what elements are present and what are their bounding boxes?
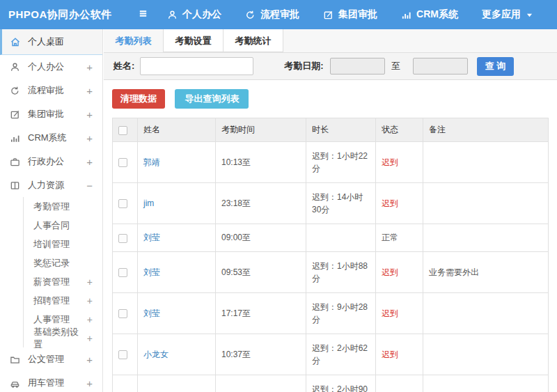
row-checkbox[interactable]	[118, 350, 127, 359]
row-name-link[interactable]: 刘莹	[143, 267, 160, 277]
tab-attendance-list[interactable]: 考勤列表	[104, 29, 164, 52]
expand-plus-icon: +	[86, 61, 93, 73]
sidebar-sub-item[interactable]: 招聘管理 +	[24, 291, 102, 310]
expand-plus-icon: +	[87, 314, 93, 325]
row-duration: 迟到：9小时28分	[306, 293, 376, 334]
edit-icon	[10, 109, 22, 120]
row-checkbox[interactable]	[118, 309, 127, 318]
sidebar-sub-item-label: 招聘管理	[33, 295, 70, 307]
row-checkbox[interactable]	[118, 234, 127, 243]
table-row: 管理员 10:54至10:54 迟到：2小时90分 早退：7小时10分 迟到/早…	[113, 375, 549, 392]
column-header-time: 考勤时间	[216, 118, 306, 142]
nav-item-crm[interactable]: CRM系统	[401, 8, 458, 21]
row-time: 09:53至	[216, 252, 306, 293]
sidebar-item-workflow-approval[interactable]: 流程审批 +	[0, 79, 102, 102]
tab-attendance-settings[interactable]: 考勤设置	[164, 29, 223, 52]
nav-item-label: 流程审批	[260, 8, 299, 21]
column-header-name: 姓名	[138, 118, 216, 142]
nav-item-more-apps[interactable]: 更多应用	[482, 8, 533, 21]
search-toolbar: 姓名: 考勤日期: 至 查 询	[104, 53, 557, 80]
sidebar-sub-item[interactable]: 奖惩记录	[24, 253, 102, 272]
row-remark	[423, 293, 549, 334]
sidebar-sub-item[interactable]: 培训管理	[24, 235, 102, 253]
sidebar-sub-item-label: 基础类别设置	[33, 326, 87, 351]
nav-item-label: 个人办公	[182, 8, 221, 21]
sidebar-item-group-approval[interactable]: 集团审批 +	[0, 102, 102, 126]
sidebar-sub-item[interactable]: 基础类别设置 +	[24, 329, 102, 347]
column-header-remark: 备注	[423, 118, 549, 142]
expand-plus-icon: +	[87, 276, 93, 288]
sidebar-sub-item[interactable]: 人事合同	[24, 216, 102, 235]
sidebar-item-documents[interactable]: 公文管理 +	[0, 347, 102, 371]
expand-plus-icon: +	[86, 132, 93, 144]
name-label: 姓名:	[113, 60, 134, 72]
app-logo: PHPOA协同办公软件	[0, 8, 131, 22]
folder-icon	[10, 354, 22, 365]
row-remark	[423, 142, 549, 183]
export-list-button[interactable]: 导出查询列表	[175, 89, 249, 109]
sidebar-item-label: 人力资源	[28, 179, 64, 191]
expand-plus-icon: +	[86, 377, 93, 389]
sidebar-sub-item-label: 人事管理	[33, 313, 70, 326]
sidebar-sub-item-label: 人事合同	[33, 219, 70, 232]
clean-data-button[interactable]: 清理数据	[112, 89, 165, 109]
sidebar-item-hr[interactable]: 人力资源 −	[0, 173, 102, 197]
row-status: 迟到	[376, 252, 423, 293]
row-name-link[interactable]: jim	[143, 198, 154, 208]
row-remark	[423, 183, 549, 224]
book-icon	[10, 180, 22, 191]
row-checkbox[interactable]	[118, 199, 127, 208]
date-to-input[interactable]	[413, 58, 468, 75]
table-row: 刘莹 17:17至 迟到：9小时28分 迟到	[113, 293, 549, 334]
row-status: 迟到	[376, 142, 423, 183]
sidebar-item-administration[interactable]: 行政办公 +	[0, 150, 102, 173]
workflow-icon	[245, 10, 256, 20]
table-row: 刘莹 09:00至 正常	[113, 224, 549, 252]
expand-plus-icon: +	[87, 295, 93, 306]
row-checkbox[interactable]	[118, 268, 127, 277]
nav-item-group-approval[interactable]: 集团审批	[323, 8, 377, 21]
sidebar-item-personal-office[interactable]: 个人办公 +	[0, 55, 102, 79]
bar-chart-icon	[401, 10, 411, 20]
car-icon	[10, 377, 22, 389]
row-name-link[interactable]: 小龙女	[143, 350, 168, 359]
row-name-link[interactable]: 刘莹	[143, 308, 160, 318]
sidebar-item-crm[interactable]: CRM系统 +	[0, 126, 102, 150]
table-row: 小龙女 10:37至 迟到：2小时62分 迟到	[113, 334, 549, 375]
row-time: 23:18至	[216, 183, 306, 224]
attendance-table: 姓名 考勤时间 时长 状态 备注 郭靖 10:13至 迟到：1小时22分 迟到 …	[112, 118, 549, 392]
name-input[interactable]	[140, 57, 253, 75]
sidebar-sub-item-label: 考勤管理	[33, 201, 70, 213]
select-all-checkbox[interactable]	[118, 126, 127, 135]
expand-plus-icon: +	[86, 109, 93, 120]
expand-plus-icon: +	[86, 85, 93, 97]
nav-item-label: 更多应用	[482, 8, 521, 21]
sidebar-item-desktop[interactable]: 个人桌面	[0, 29, 102, 55]
row-duration: 迟到：14小时30分	[306, 183, 376, 224]
row-name-link[interactable]: 郭靖	[143, 157, 160, 167]
row-status: 迟到	[376, 334, 423, 375]
attendance-panel: 清理数据 导出查询列表 姓名 考勤时间 时长 状态 备注	[104, 80, 557, 392]
sidebar-sub-item[interactable]: 薪资管理 +	[24, 272, 102, 291]
tab-attendance-stats[interactable]: 考勤统计	[223, 29, 283, 52]
bar-chart-icon	[10, 132, 22, 143]
menu-toggle-button[interactable]	[131, 8, 155, 22]
sidebar-item-label: 个人桌面	[28, 36, 64, 48]
edit-icon	[323, 10, 334, 20]
nav-item-workflow-approval[interactable]: 流程审批	[245, 8, 299, 21]
nav-item-label: CRM系统	[416, 8, 458, 21]
nav-item-personal-office[interactable]: 个人办公	[167, 8, 221, 21]
sidebar-item-label: 用车管理	[28, 377, 64, 389]
column-header-duration: 时长	[306, 118, 376, 142]
sidebar-item-label: 个人办公	[28, 61, 64, 73]
sidebar-sub-item[interactable]: 考勤管理	[24, 197, 102, 216]
person-icon	[10, 61, 22, 72]
table-row: jim 23:18至 迟到：14小时30分 迟到	[113, 183, 549, 224]
row-checkbox[interactable]	[118, 158, 127, 167]
query-button[interactable]: 查 询	[477, 57, 515, 76]
sidebar-sub-item-label: 奖惩记录	[33, 257, 70, 269]
sidebar-item-vehicles[interactable]: 用车管理 +	[0, 371, 102, 392]
date-from-input[interactable]	[330, 58, 385, 75]
row-duration	[306, 224, 376, 252]
row-name-link[interactable]: 刘莹	[143, 233, 160, 242]
